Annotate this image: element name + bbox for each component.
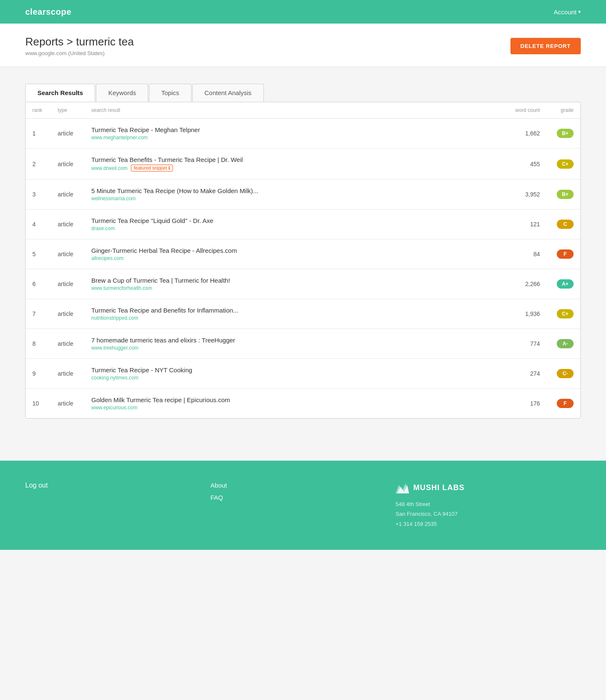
rank-cell: 2 xyxy=(26,148,51,180)
grade-badge: F xyxy=(557,399,574,408)
result-meta: www.drweil.com featured snippet ℹ xyxy=(91,164,489,172)
faq-link[interactable]: FAQ xyxy=(210,494,396,501)
grade-cell: B+ xyxy=(547,119,580,148)
word-count-cell: 84 xyxy=(496,239,547,269)
grade-badge: A- xyxy=(557,339,574,348)
grade-badge: C- xyxy=(557,369,574,378)
table-row: 3 article 5 Minute Turmeric Tea Recipe (… xyxy=(26,180,580,209)
grade-badge: C+ xyxy=(557,309,574,318)
result-url[interactable]: www.treehugger.com xyxy=(91,345,138,351)
rank-cell: 9 xyxy=(26,359,51,389)
result-cell: Turmeric Tea Recipe - Meghan Telpner www… xyxy=(85,119,496,148)
about-link[interactable]: About xyxy=(210,482,396,489)
type-cell: article xyxy=(51,329,85,359)
page-header: Reports > turmeric tea www.google.com (U… xyxy=(0,24,606,67)
grade-badge: A+ xyxy=(557,279,574,289)
result-meta: nutritionstripped.com xyxy=(91,315,489,321)
grade-badge: C xyxy=(557,220,574,229)
footer-brand-name: MUSHI LABS xyxy=(413,483,465,492)
footer: Log out About FAQ MUSHI LABS 548 4th Str… xyxy=(0,461,606,550)
footer-links: About FAQ xyxy=(210,482,396,501)
tab-search-results[interactable]: Search Results xyxy=(25,84,95,102)
result-cell: Turmeric Tea Benefits - Turmeric Tea Rec… xyxy=(85,148,496,180)
result-cell: Ginger-Turmeric Herbal Tea Recipe - Allr… xyxy=(85,239,496,269)
address-line1: 548 4th Street xyxy=(396,499,581,509)
rank-cell: 1 xyxy=(26,119,51,148)
grade-cell: C+ xyxy=(547,148,580,180)
table-row: 8 article 7 homemade turmeric teas and e… xyxy=(26,329,580,359)
result-title: Brew a Cup of Turmeric Tea | Turmeric fo… xyxy=(91,277,489,284)
grade-cell: C+ xyxy=(547,299,580,329)
result-url[interactable]: www.epicurious.com xyxy=(91,405,137,411)
address-line2: San Francisco, CA 94107 xyxy=(396,509,581,519)
grade-cell: A- xyxy=(547,329,580,359)
result-title: Turmeric Tea Benefits - Turmeric Tea Rec… xyxy=(91,156,489,163)
result-meta: www.epicurious.com xyxy=(91,405,489,411)
result-meta: www.turmericforhealth.com xyxy=(91,285,489,291)
result-cell: Turmeric Tea Recipe - NYT Cooking cookin… xyxy=(85,359,496,389)
result-url[interactable]: cooking.nytimes.com xyxy=(91,375,138,381)
col-grade: grade xyxy=(547,102,580,119)
table-row: 2 article Turmeric Tea Benefits - Turmer… xyxy=(26,148,580,180)
result-url[interactable]: www.meghantelpner.com xyxy=(91,135,148,141)
grade-badge: B+ xyxy=(557,190,574,199)
type-cell: article xyxy=(51,148,85,180)
tab-keywords[interactable]: Keywords xyxy=(96,84,148,102)
delete-report-button[interactable]: DELETE REPORT xyxy=(510,38,581,54)
result-title: Turmeric Tea Recipe - Meghan Telpner xyxy=(91,126,489,133)
type-cell: article xyxy=(51,269,85,299)
tabs: Search Results Keywords Topics Content A… xyxy=(25,84,581,102)
footer-brand: MUSHI LABS xyxy=(396,482,581,493)
word-count-cell: 1,936 xyxy=(496,299,547,329)
word-count-cell: 176 xyxy=(496,389,547,419)
footer-links-col: About FAQ xyxy=(210,482,396,529)
result-url[interactable]: nutritionstripped.com xyxy=(91,315,138,321)
result-url[interactable]: wellnessmama.com xyxy=(91,196,136,202)
grade-cell: A+ xyxy=(547,269,580,299)
tab-topics[interactable]: Topics xyxy=(149,84,191,102)
type-cell: article xyxy=(51,299,85,329)
table-row: 1 article Turmeric Tea Recipe - Meghan T… xyxy=(26,119,580,148)
page-subtitle: www.google.com (United States) xyxy=(25,50,134,56)
rank-cell: 3 xyxy=(26,180,51,209)
logout-link[interactable]: Log out xyxy=(25,482,48,489)
type-cell: article xyxy=(51,239,85,269)
table-row: 10 article Golden Milk Turmeric Tea reci… xyxy=(26,389,580,419)
footer-brand-col: MUSHI LABS 548 4th Street San Francisco,… xyxy=(396,482,581,529)
result-title: Ginger-Turmeric Herbal Tea Recipe - Allr… xyxy=(91,247,489,254)
result-url[interactable]: www.turmericforhealth.com xyxy=(91,285,152,291)
result-title: Turmeric Tea Recipe "Liquid Gold" - Dr. … xyxy=(91,217,489,224)
page-header-left: Reports > turmeric tea www.google.com (U… xyxy=(25,35,134,56)
rank-cell: 6 xyxy=(26,269,51,299)
result-title: Turmeric Tea Recipe and Benefits for Inf… xyxy=(91,307,489,314)
result-url[interactable]: draxe.com xyxy=(91,225,115,231)
table-row: 7 article Turmeric Tea Recipe and Benefi… xyxy=(26,299,580,329)
result-url[interactable]: www.drweil.com xyxy=(91,165,128,171)
grade-badge: B+ xyxy=(557,129,574,138)
tab-content-analysis[interactable]: Content Analysis xyxy=(192,84,264,102)
col-type: type xyxy=(51,102,85,119)
results-table-container: rank type search result word count grade… xyxy=(25,102,581,419)
result-meta: wellnessmama.com xyxy=(91,196,489,202)
col-word-count: word count xyxy=(496,102,547,119)
result-cell: Turmeric Tea Recipe "Liquid Gold" - Dr. … xyxy=(85,209,496,239)
featured-snippet-badge: featured snippet ℹ xyxy=(131,164,173,172)
word-count-cell: 121 xyxy=(496,209,547,239)
rank-cell: 7 xyxy=(26,299,51,329)
result-title: Turmeric Tea Recipe - NYT Cooking xyxy=(91,366,489,374)
grade-cell: C xyxy=(547,209,580,239)
type-cell: article xyxy=(51,180,85,209)
rank-cell: 4 xyxy=(26,209,51,239)
account-menu[interactable]: Account xyxy=(554,8,581,16)
result-cell: 7 homemade turmeric teas and elixirs : T… xyxy=(85,329,496,359)
logo: clearscope xyxy=(25,7,72,17)
result-cell: Golden Milk Turmeric Tea recipe | Epicur… xyxy=(85,389,496,419)
result-meta: www.meghantelpner.com xyxy=(91,135,489,141)
result-title: 7 homemade turmeric teas and elixirs : T… xyxy=(91,337,489,344)
result-meta: www.treehugger.com xyxy=(91,345,489,351)
result-url[interactable]: allrecipes.com xyxy=(91,255,124,261)
results-table: rank type search result word count grade… xyxy=(26,102,580,418)
grade-cell: C- xyxy=(547,359,580,389)
table-header-row: rank type search result word count grade xyxy=(26,102,580,119)
header: clearscope Account xyxy=(0,0,606,24)
